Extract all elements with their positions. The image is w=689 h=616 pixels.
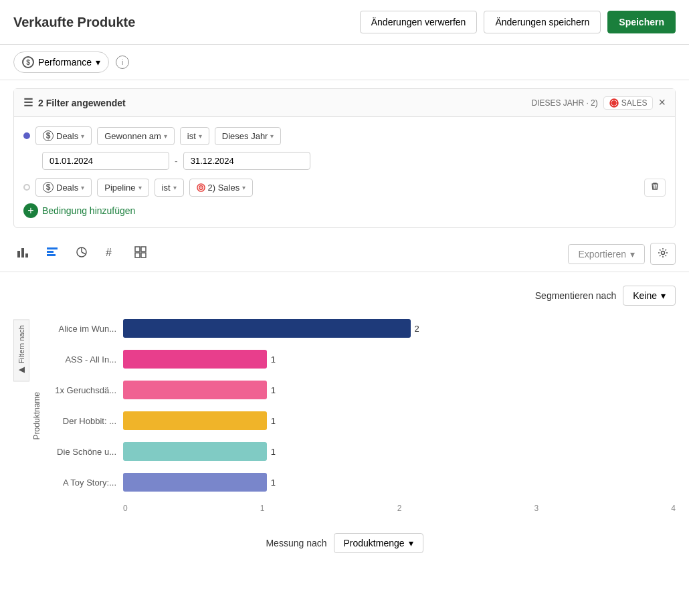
filter-icon: ☰	[23, 96, 33, 109]
filter-close-button[interactable]: ×	[658, 96, 666, 110]
chart-toolbar-right: Exportieren ▾	[568, 243, 676, 265]
settings-button[interactable]	[650, 243, 676, 265]
chevron-down-icon: ▾	[81, 132, 84, 140]
filter2-field-select[interactable]: Pipeline ▾	[97, 179, 149, 197]
chart-bars-wrapper: Alice im Wun...2ASS - All In...11x Geruc…	[50, 319, 676, 513]
save-button[interactable]: Speichern	[607, 11, 676, 33]
performance-label: Performance	[38, 57, 92, 68]
chart-container: Segmentieren nach Keine ▾ ▶ Filtern nach…	[0, 272, 689, 567]
svg-text:#: #	[106, 247, 112, 258]
horizontal-bar-icon[interactable]	[43, 243, 62, 265]
filter1-entity-select[interactable]: $ Deals ▾	[35, 126, 92, 145]
grid-icon[interactable]	[131, 243, 150, 265]
x-axis-label: 4	[671, 504, 676, 513]
bar-track: 1	[123, 473, 676, 492]
bar-track: 2	[123, 319, 676, 338]
performance-icon: $	[22, 56, 34, 68]
export-button[interactable]: Exportieren ▾	[568, 244, 645, 264]
svg-rect-11	[47, 254, 56, 256]
deals-icon: $	[43, 130, 54, 141]
svg-point-2	[613, 102, 615, 104]
svg-rect-6	[17, 251, 20, 258]
bar-chart-icon[interactable]	[13, 243, 32, 265]
chevron-down-icon: ▾	[242, 184, 245, 191]
discard-button[interactable]: Änderungen verwerfen	[360, 11, 478, 33]
bar-label: Alice im Wun...	[50, 324, 123, 334]
filter-side-arrow: ▶	[17, 366, 26, 375]
segment-dropdown[interactable]: Keine ▾	[623, 286, 676, 306]
filter-side-text: Filtern nach	[17, 325, 25, 363]
y-axis-label: Produktname	[32, 392, 41, 439]
filter-header: ☰ 2 Filter angewendet DIESES JAHR · 2) S…	[14, 89, 675, 117]
filter2-delete-button[interactable]	[644, 179, 666, 197]
bar-row: 1x Geruchsdä...1	[50, 381, 676, 399]
x-axis-label: 3	[534, 504, 538, 513]
info-icon[interactable]: i	[116, 56, 129, 69]
date-separator: -	[175, 156, 178, 167]
sales-badge: SALES	[603, 96, 654, 110]
chart-area: ▶ Filtern nach Produktname Alice im Wun.…	[13, 319, 676, 513]
chart-toolbar: # Exportieren ▾	[0, 236, 689, 272]
bar-label: A Toy Story:...	[50, 478, 123, 488]
svg-rect-8	[25, 253, 28, 258]
sub-bar: $ Performance ▾ i	[0, 45, 689, 80]
bar-value: 1	[271, 447, 276, 457]
svg-rect-16	[135, 253, 140, 258]
bar-value: 1	[271, 385, 276, 395]
hash-icon[interactable]: #	[102, 243, 120, 265]
svg-rect-7	[21, 248, 24, 258]
chevron-down-icon: ▾	[164, 132, 167, 140]
svg-rect-14	[135, 247, 140, 251]
date-to-input[interactable]	[183, 152, 310, 170]
add-condition-button[interactable]: + Bedingung hinzufügen	[23, 203, 135, 218]
bar-value: 1	[271, 478, 276, 488]
pie-chart-icon[interactable]	[72, 243, 91, 265]
x-axis-label: 2	[397, 504, 402, 513]
messung-dropdown[interactable]: Produktmenge ▾	[334, 533, 423, 553]
filter-row-1-dates: -	[42, 152, 666, 170]
bar	[123, 411, 267, 430]
performance-dropdown[interactable]: $ Performance ▾	[13, 52, 109, 73]
sales-label: SALES	[621, 98, 648, 108]
bar-value: 1	[271, 416, 276, 426]
filter-summary-text: DIESES JAHR · 2)	[531, 98, 597, 108]
chevron-down-icon: ▾	[630, 249, 635, 260]
filter2-entity-select[interactable]: $ Deals ▾	[35, 178, 92, 197]
date-from-input[interactable]	[42, 152, 169, 170]
filter1-field-select[interactable]: Gewonnen am ▾	[97, 127, 175, 145]
bar	[123, 319, 411, 338]
filter-side-label[interactable]: ▶ Filtern nach	[13, 319, 29, 381]
filter-body: $ Deals ▾ Gewonnen am ▾ ist ▾ Dieses Jah…	[14, 117, 675, 227]
messung-label: Messung nach	[266, 538, 326, 548]
chevron-down-icon: ▾	[409, 538, 413, 548]
bar-track: 1	[123, 381, 676, 399]
bar	[123, 473, 267, 492]
top-bar-actions: Änderungen verwerfen Änderungen speicher…	[360, 11, 676, 33]
filter1-operator-select[interactable]: ist ▾	[180, 127, 209, 145]
bar-track: 1	[123, 350, 676, 369]
chart-bottom: Messung nach Produktmenge ▾	[13, 533, 676, 553]
bar-row: Der Hobbit: ...1	[50, 411, 676, 430]
bar-track: 1	[123, 442, 676, 461]
chevron-down-icon: ▾	[81, 184, 84, 191]
deals-icon-2: $	[43, 182, 54, 193]
filter-row-1: $ Deals ▾ Gewonnen am ▾ ist ▾ Dieses Jah…	[23, 126, 666, 145]
svg-rect-9	[47, 247, 58, 249]
bar	[123, 442, 267, 461]
bar	[123, 350, 267, 369]
filter2-operator-select[interactable]: ist ▾	[155, 179, 184, 197]
bar-label: 1x Geruchsdä...	[50, 385, 123, 395]
x-axis: 01234	[50, 504, 676, 513]
svg-rect-10	[47, 251, 54, 253]
filter1-value-select[interactable]: Dieses Jahr ▾	[215, 127, 282, 145]
chevron-down-icon: ▾	[96, 57, 100, 68]
plus-icon: +	[23, 203, 38, 218]
bar-chart: Alice im Wun...2ASS - All In...11x Geruc…	[50, 319, 676, 492]
target-icon	[609, 98, 619, 108]
filter2-value-select[interactable]: 2) Sales ▾	[189, 179, 254, 197]
top-bar: Verkaufte Produkte Änderungen verwerfen …	[0, 0, 689, 45]
save-changes-button[interactable]: Änderungen speichern	[484, 11, 601, 33]
page-title: Verkaufte Produkte	[13, 15, 135, 30]
add-condition-label: Bedingung hinzufügen	[42, 205, 135, 216]
x-axis-label: 0	[123, 504, 128, 513]
